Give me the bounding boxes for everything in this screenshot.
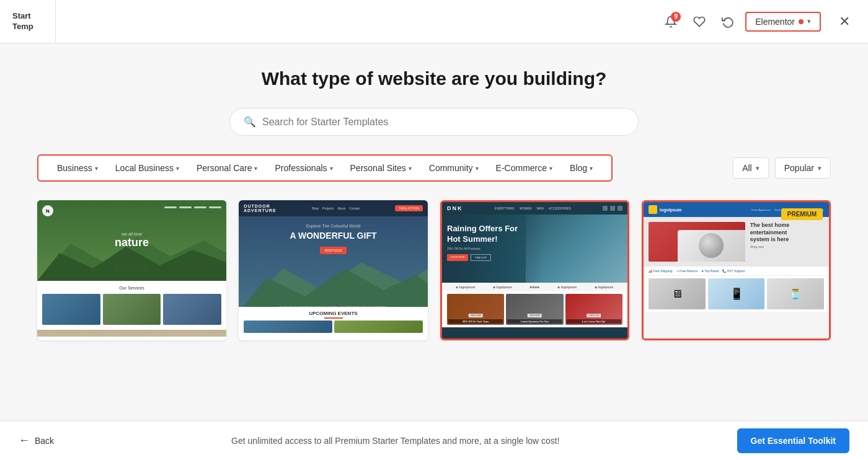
promo-text: Get unlimited access to all Premium Star… xyxy=(231,436,560,446)
filter-right: All ▾ Popular ▾ xyxy=(733,157,831,179)
search-input[interactable] xyxy=(262,117,624,128)
premium-badge: PREMIUM xyxy=(781,208,823,220)
category-blog[interactable]: Blog ▾ xyxy=(561,161,601,175)
chevron-down-icon: ▾ xyxy=(549,165,552,172)
chevron-down-icon: ▾ xyxy=(95,165,98,172)
template-preview: OUTDOORADVENTURE Shop Projects About Con… xyxy=(239,200,428,337)
source-dropdown-arrow: ▾ xyxy=(807,17,811,25)
chevron-down-icon: ▾ xyxy=(476,165,479,172)
template-nav xyxy=(164,206,221,208)
chevron-down-icon: ▾ xyxy=(254,165,257,172)
search-box: 🔍 xyxy=(229,108,639,136)
template-preview: PREMIUM logoipsum Home Appliances Guide … xyxy=(644,202,829,338)
notification-badge: 9 xyxy=(671,12,681,22)
get-toolkit-button[interactable]: Get Essential Toolkit xyxy=(737,428,849,453)
topbar-actions: 9 Elementor ▾ ✕ xyxy=(660,11,856,33)
category-personal-sites[interactable]: Personal Sites ▾ xyxy=(342,161,420,175)
template-nature[interactable]: N we all love nature DISCOVER MORE xyxy=(37,200,226,340)
categories-bar: Business ▾ Local Business ▾ Personal Car… xyxy=(37,154,613,182)
search-container: 🔍 xyxy=(37,108,831,136)
elementor-label: Elementor xyxy=(755,17,795,27)
template-preview: DNK EVERYTHING WOMEN MAN ACCESSORIES xyxy=(442,202,627,338)
chevron-down-icon: ▾ xyxy=(176,165,179,172)
chevron-down-icon: ▾ xyxy=(756,164,760,172)
notifications-button[interactable]: 9 xyxy=(660,11,682,33)
category-professionals[interactable]: Professionals ▾ xyxy=(266,161,341,175)
chevron-down-icon: ▾ xyxy=(818,164,822,172)
category-business[interactable]: Business ▾ xyxy=(48,161,107,175)
category-community[interactable]: Community ▾ xyxy=(420,161,487,175)
back-button[interactable]: ← Back xyxy=(19,434,54,447)
filter-bar: Business ▾ Local Business ▾ Personal Car… xyxy=(37,154,831,182)
type-filter[interactable]: All ▾ xyxy=(733,157,769,179)
main-content: What type of website are you building? 🔍… xyxy=(0,43,868,420)
chevron-down-icon: ▾ xyxy=(409,165,412,172)
app-logo: Start Temp xyxy=(0,0,56,43)
elementor-dot xyxy=(799,19,804,24)
template-smart-home[interactable]: PREMIUM logoipsum Home Appliances Guide … xyxy=(642,200,831,340)
elementor-source-button[interactable]: Elementor ▾ xyxy=(745,12,821,32)
app-title: Start Temp xyxy=(12,11,33,32)
sort-filter[interactable]: Popular ▾ xyxy=(775,157,831,179)
category-local-business[interactable]: Local Business ▾ xyxy=(107,161,188,175)
template-dnk[interactable]: DNK EVERYTHING WOMEN MAN ACCESSORIES xyxy=(440,200,629,340)
category-personal-care[interactable]: Personal Care ▾ xyxy=(188,161,267,175)
topbar: Start Temp 9 Elementor ▾ ✕ xyxy=(0,0,868,43)
template-outdoor[interactable]: OUTDOORADVENTURE Shop Projects About Con… xyxy=(239,200,428,340)
search-icon: 🔍 xyxy=(244,116,256,128)
category-ecommerce[interactable]: E-Commerce ▾ xyxy=(487,161,561,175)
favorites-button[interactable] xyxy=(688,11,711,33)
template-preview: N we all love nature DISCOVER MORE xyxy=(37,200,226,337)
refresh-button[interactable] xyxy=(717,11,739,33)
chevron-down-icon: ▾ xyxy=(330,165,333,172)
chevron-down-icon: ▾ xyxy=(590,165,593,172)
page-title: What type of website are you building? xyxy=(37,68,831,89)
back-arrow-icon: ← xyxy=(19,434,30,447)
templates-grid: N we all love nature DISCOVER MORE xyxy=(37,200,831,340)
close-button[interactable]: ✕ xyxy=(833,11,856,33)
template-logo: N xyxy=(42,205,53,216)
bottom-bar: ← Back Get unlimited access to all Premi… xyxy=(0,420,868,460)
